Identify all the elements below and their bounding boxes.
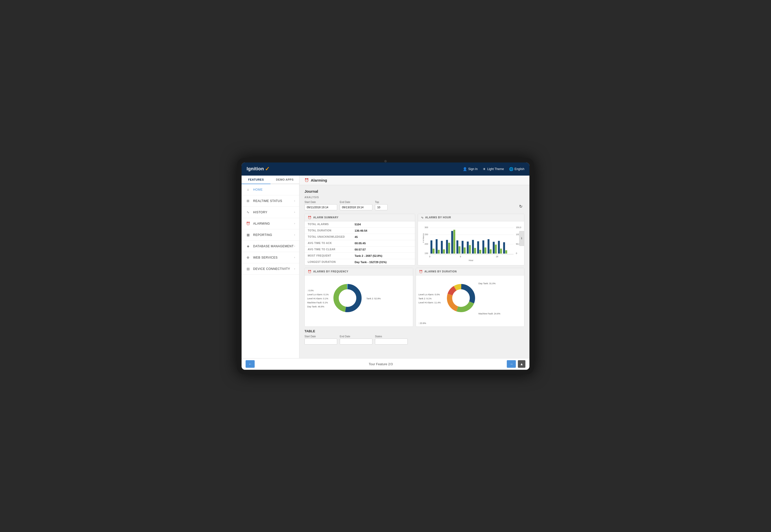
total-unack-key: TOTAL UNACKNOWLEDGED (308, 235, 354, 238)
svg-point-58 (452, 289, 470, 307)
next-button[interactable]: → (507, 360, 516, 368)
freq-label-4: Day Tank: 46.8% (307, 305, 328, 309)
sidebar-item-web[interactable]: ⊕ WEB SERVICES › (241, 252, 299, 263)
svg-rect-37 (490, 249, 492, 254)
dur-blank-label: : 23.9% (419, 322, 426, 324)
table-start-date-input[interactable] (304, 339, 337, 345)
history-label: HISTORY (253, 211, 267, 214)
start-date-input[interactable] (304, 204, 337, 210)
sidebar-item-realtime[interactable]: ⊞ REALTIME STATUS › (241, 195, 299, 207)
tablet-screen: Ignition ✓ 👤 Sign In ☀ Light Theme 🌐 Eng… (241, 162, 530, 370)
refresh-button[interactable]: ↻ (517, 203, 525, 210)
alarm-summary-panel: ⏰ ALARM SUMMARY TOTAL ALARMS 5104 TOTAL … (304, 214, 415, 265)
svg-rect-15 (433, 249, 435, 254)
svg-rect-34 (483, 240, 485, 254)
light-theme-label: Light Theme (487, 167, 504, 171)
dur-bottom-labels: : 23.9% (416, 322, 524, 326)
tab-demo-apps[interactable]: DEMO APPS (270, 176, 299, 184)
svg-text:# of Alarms: # of Alarms (422, 233, 425, 243)
alarm-summary-table: TOTAL ALARMS 5104 TOTAL DURATION 136:46:… (305, 221, 415, 265)
info-button[interactable]: ℹ (519, 231, 524, 246)
total-unack-val: 45 (354, 235, 357, 238)
table-row: LONGEST DURATION Day Tank - 152729 (31%) (305, 259, 415, 265)
svg-rect-20 (446, 240, 448, 253)
end-date-input[interactable] (340, 204, 372, 210)
main-content: FEATURES DEMO APPS ⌂ HOME ⊞ REALTIME STA… (241, 176, 530, 358)
sidebar-item-home[interactable]: ⌂ HOME (241, 184, 299, 195)
table-row: AVG TIME TO ACK 00:05:45 (305, 240, 415, 247)
sign-in-button[interactable]: 👤 Sign In (463, 167, 478, 171)
donut-charts-row: ⏰ ALARMS BY FREQUENCY : 0.0% Level Lo Al… (304, 268, 525, 327)
logo-text: Ignition (246, 166, 264, 172)
svg-rect-39 (495, 244, 497, 254)
home-label: HOME (253, 188, 263, 191)
sidebar-item-alarming[interactable]: ⏰ ALARMING › (241, 218, 299, 229)
language-button[interactable]: 🌐 English (509, 167, 525, 171)
table-start-date-label: Start Date (304, 335, 337, 338)
content-header: ⏰ Alarming (299, 176, 530, 185)
svg-rect-32 (477, 241, 479, 254)
realtime-icon: ⊞ (245, 198, 251, 203)
table-end-date-label: End Date (340, 335, 372, 338)
realtime-arrow: › (294, 199, 295, 202)
svg-rect-25 (459, 246, 461, 254)
alarm-summary-title: ALARM SUMMARY (313, 216, 339, 219)
chart-icon: ∿ (421, 216, 424, 219)
tab-features[interactable]: FEATURES (241, 176, 270, 184)
table-end-date-input[interactable] (340, 339, 372, 345)
total-alarms-val: 5104 (354, 223, 360, 226)
alarming-label: ALARMING (253, 222, 270, 225)
table-row: TOTAL UNACKNOWLEDGED 45 (305, 234, 415, 240)
sun-icon: ☀ (483, 167, 486, 171)
table-title: TABLE (304, 329, 525, 333)
table-states-input[interactable] (375, 339, 408, 345)
most-freq-val: Tank 2 - 2697 (52.8%) (354, 254, 382, 257)
sidebar-item-reporting[interactable]: ▦ REPORTING › (241, 229, 299, 241)
language-label: English (515, 167, 525, 171)
svg-rect-21 (448, 243, 450, 254)
freq-donut-svg (331, 282, 364, 314)
svg-text:18: 18 (496, 255, 498, 258)
history-arrow: › (294, 211, 295, 214)
svg-rect-18 (441, 241, 443, 254)
svg-text:150,000: 150,000 (516, 226, 521, 228)
alarms-by-hour-title: ALARMS BY HOUR (425, 216, 451, 219)
logo-checkmark: ✓ (265, 166, 269, 172)
svg-rect-31 (474, 248, 476, 254)
home-icon: ⌂ (245, 187, 251, 192)
svg-rect-42 (503, 242, 505, 254)
reporting-icon: ▦ (245, 232, 251, 237)
svg-rect-17 (438, 250, 440, 254)
most-freq-key: MOST FREQUENT (308, 254, 354, 257)
bar-chart-svg: 300 250 200 150 150,000 100,000 50,000 0 (421, 224, 521, 262)
svg-rect-35 (485, 247, 487, 253)
sidebar: FEATURES DEMO APPS ⌂ HOME ⊞ REALTIME STA… (241, 176, 299, 358)
top-field: Top (375, 201, 388, 210)
prev-button[interactable]: ← (245, 360, 255, 368)
end-date-label: End Date (340, 201, 372, 203)
sidebar-item-database[interactable]: ◈ DATABASE MANAGEMENT › (241, 241, 299, 252)
alarming-header-icon: ⏰ (304, 178, 309, 182)
light-theme-button[interactable]: ☀ Light Theme (483, 167, 504, 171)
sign-in-label: Sign In (468, 167, 478, 171)
avg-clear-val: 00:57:57 (354, 248, 365, 251)
alarming-icon: ⏰ (245, 221, 251, 226)
freq-labels-left: : 0.0% Level Lo Alarm: 0.1% Level Hi Ala… (307, 289, 328, 309)
start-date-label: Start Date (304, 201, 337, 203)
reporting-arrow: › (294, 233, 295, 236)
table-end-date-field: End Date (340, 335, 372, 345)
scroll-top-button[interactable]: ▲ (518, 360, 526, 368)
sidebar-item-history[interactable]: ∿ HISTORY › (241, 207, 299, 218)
svg-rect-36 (488, 239, 490, 253)
dur-label-2: Level Hi Alarm: 11.4% (419, 301, 441, 305)
sidebar-tabs: FEATURES DEMO APPS (241, 176, 299, 184)
alarms-by-hour-header: ∿ ALARMS BY HOUR (418, 214, 524, 221)
top-input[interactable] (375, 204, 388, 210)
realtime-label: REALTIME STATUS (253, 199, 282, 203)
svg-rect-16 (436, 239, 438, 253)
freq-donut-content: : 0.0% Level Lo Alarm: 0.1% Level Hi Ala… (305, 275, 413, 322)
sidebar-item-device[interactable]: ▤ DEVICE CONNECTIVITY › (241, 263, 299, 275)
freq-donut-svg-wrap (331, 282, 364, 315)
top-panels-row: ⏰ ALARM SUMMARY TOTAL ALARMS 5104 TOTAL … (304, 214, 525, 265)
total-duration-val: 136:46:54 (354, 229, 367, 232)
